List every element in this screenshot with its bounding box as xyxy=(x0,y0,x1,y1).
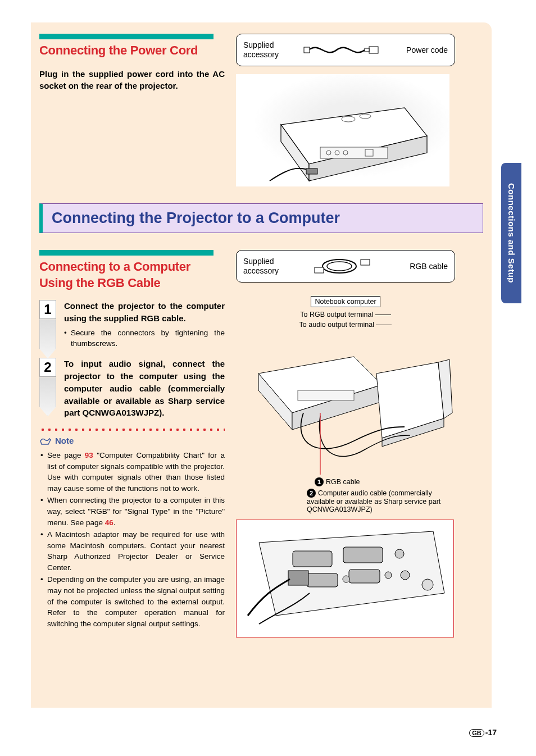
step-number: 1 xyxy=(39,300,56,319)
side-tab-connections: Connections and Setup xyxy=(501,163,521,303)
svg-rect-15 xyxy=(298,390,354,400)
svg-rect-10 xyxy=(306,168,317,174)
notebook-label: Notebook computer xyxy=(311,296,380,307)
svg-rect-19 xyxy=(307,573,338,587)
svg-point-26 xyxy=(422,579,433,590)
accessory-label: Supplied accessory xyxy=(243,40,287,60)
heading-accent-bar xyxy=(39,34,214,39)
step-title: Connect the projector to the computer us… xyxy=(64,300,225,325)
region-badge: GB xyxy=(469,729,484,737)
svg-rect-5 xyxy=(320,147,388,158)
to-rgb-label: To RGB output terminal xyxy=(236,311,455,318)
section-power-cord: Connecting the Power Cord Plug in the su… xyxy=(39,34,483,186)
svg-point-12 xyxy=(327,262,352,271)
svg-rect-18 xyxy=(343,547,383,563)
step-tail-icon xyxy=(39,377,56,416)
page-footer: GB-17 xyxy=(469,728,497,737)
power-cable-icon xyxy=(294,38,390,62)
step-title: To input audio signal, connect the proje… xyxy=(64,358,225,419)
note-item: When connecting the projector to a compu… xyxy=(39,495,225,528)
svg-rect-13 xyxy=(315,267,324,273)
heading-power-cord: Connecting the Power Cord xyxy=(39,43,225,59)
note-item: See page 93 "Computer Compatibility Char… xyxy=(39,450,225,494)
svg-point-22 xyxy=(401,571,410,580)
svg-rect-25 xyxy=(288,571,308,585)
step-1: 1 Connect the projector to the computer … xyxy=(39,300,225,349)
page-content: Connecting the Power Cord Plug in the su… xyxy=(39,34,483,643)
note-item: Depending on the computer you are using,… xyxy=(39,574,225,629)
callout-rgb-cable: 1RGB cable xyxy=(315,477,360,486)
body-power-cord: Plug in the supplied power cord into the… xyxy=(39,68,225,93)
heading-rgb: Connecting to a Computer Using the RGB C… xyxy=(39,259,225,291)
step-subtext: Secure the connectors by tightening the … xyxy=(64,328,225,349)
note-list: See page 93 "Computer Compatibility Char… xyxy=(39,450,225,629)
note-pencil-icon xyxy=(39,436,52,445)
svg-rect-0 xyxy=(304,47,310,53)
svg-point-23 xyxy=(343,576,349,582)
main-heading: Connecting the Projector to a Computer xyxy=(52,210,474,227)
terminal-closeup xyxy=(236,520,454,637)
to-audio-label: To audio output terminal xyxy=(236,321,455,329)
svg-rect-1 xyxy=(369,47,378,53)
svg-point-21 xyxy=(395,549,404,558)
page-link-46[interactable]: 46 xyxy=(105,518,113,527)
svg-rect-20 xyxy=(349,570,380,583)
separator-dotline xyxy=(39,428,225,431)
accessory-item-name: Power code xyxy=(397,45,448,54)
page-link-93[interactable]: 93 xyxy=(85,451,93,459)
terminal-panel-illustration xyxy=(237,520,455,638)
callout-audio-cable: 2Computer audio cable (commercially avai… xyxy=(307,489,447,513)
note-label: Note xyxy=(55,436,74,445)
main-heading-box: Connecting the Projector to a Computer xyxy=(39,203,483,233)
svg-rect-17 xyxy=(293,551,332,567)
page-number: -17 xyxy=(485,728,497,737)
accessory-box-power: Supplied accessory Power code xyxy=(236,34,455,66)
svg-rect-14 xyxy=(361,259,370,265)
accessory-box-rgb: Supplied accessory RGB cable xyxy=(236,250,455,283)
note-item: A Macintosh adaptor may be required for … xyxy=(39,529,225,573)
projector-laptop-illustration xyxy=(236,329,455,480)
step-tail-icon xyxy=(39,319,56,358)
step-number: 2 xyxy=(39,358,56,377)
step-2: 2 To input audio signal, connect the pro… xyxy=(39,358,225,419)
rgb-cable-icon xyxy=(294,254,390,278)
accessory-item-name: RGB cable xyxy=(397,262,448,271)
heading-accent-bar xyxy=(39,250,214,256)
projector-illustration xyxy=(236,74,449,186)
connection-diagram: Notebook computer To RGB output terminal… xyxy=(236,296,455,643)
svg-rect-2 xyxy=(365,48,369,52)
section-rgb-cable: Connecting to a Computer Using the RGB C… xyxy=(39,250,483,643)
svg-point-24 xyxy=(385,572,392,579)
accessory-label: Supplied accessory xyxy=(243,257,287,276)
note-heading: Note xyxy=(39,436,225,445)
